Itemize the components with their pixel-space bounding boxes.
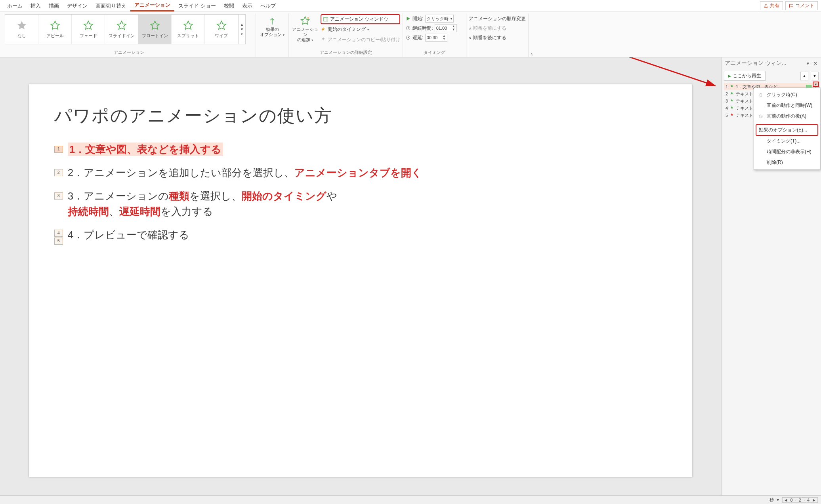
pane-context-menu: ▼ クリック時(C) 直前の動作と同時(W) 直前の動作の後(A) 効果のオプシ…	[754, 87, 820, 170]
delay-input[interactable]: 00.30▲▼	[425, 34, 447, 42]
start-select[interactable]: クリック時▾	[425, 15, 454, 23]
menu-effect-options[interactable]: 効果のオプション(E)...	[756, 124, 818, 136]
anim-tag[interactable]: 3	[54, 192, 63, 200]
arrow-up-icon	[267, 16, 277, 26]
tab-view[interactable]: 表示	[238, 1, 256, 11]
move-up-button[interactable]: ▲	[800, 72, 808, 80]
animation-painter-button[interactable]: アニメーションのコピー/貼り付け	[321, 35, 400, 44]
clock-icon	[405, 35, 411, 40]
play-from-button[interactable]: ▶ここから再生	[724, 71, 766, 81]
tab-design[interactable]: デザイン	[63, 1, 92, 11]
group-label-timing: タイミング	[405, 49, 464, 56]
star-icon	[183, 20, 194, 31]
slide-bullet-4: 4 5 4．プレビューで確認する	[54, 227, 667, 245]
effect-options-button[interactable]: 効果のオプション ▾	[258, 14, 286, 39]
ribbon-body: なし アピール フェード スライドイン フロートイン	[0, 12, 821, 57]
star-icon	[729, 113, 734, 118]
animation-pane: アニメーション ウィン... ▼ ✕ ▶ここから再生 ▲ ▼ 1 1．文章や図、…	[721, 57, 821, 504]
slide-bullet-3: 3 3．アニメーションの種類を選択し、開始のタイミングや持続時間、遅延時間を入力…	[54, 188, 667, 219]
share-button[interactable]: 共有	[760, 1, 783, 10]
tab-transitions[interactable]: 画面切り替え	[92, 1, 130, 11]
star-icon	[83, 20, 94, 31]
pane-title: アニメーション ウィン...	[725, 60, 787, 67]
pane-options-button[interactable]: ▼	[806, 61, 810, 66]
star-icon	[149, 20, 160, 31]
chevron-up-icon: ▲	[240, 22, 244, 27]
menu-with-previous[interactable]: 直前の動作と同時(W)	[754, 100, 820, 111]
tab-draw[interactable]: 描画	[45, 1, 63, 11]
gallery-caption: ワイプ	[215, 33, 228, 39]
anim-tag[interactable]: 4	[54, 230, 63, 237]
pane-icon	[323, 17, 328, 22]
play-icon	[405, 16, 411, 21]
tab-animations[interactable]: アニメーション	[130, 0, 174, 11]
gallery-item-fade[interactable]: フェード	[72, 15, 105, 44]
tab-slideshow[interactable]: スライド ショー	[174, 1, 220, 11]
star-icon	[729, 106, 734, 110]
group-label-animation: アニメーション	[5, 49, 253, 56]
reorder-label: アニメーションの順序変更	[469, 14, 526, 23]
anim-tag[interactable]: 5	[54, 238, 63, 245]
star-brush-icon	[321, 37, 326, 42]
gallery-item-wipe[interactable]: ワイプ	[205, 15, 238, 44]
work-area: パワポのアニメーションの使い方 1 1．文章や図、表などを挿入する 2 2．アニ…	[0, 57, 821, 504]
move-later-button[interactable]: ∨順番を後にする	[469, 33, 526, 42]
anim-tag[interactable]: 2	[54, 169, 63, 176]
gallery-caption: スプリット	[177, 33, 199, 39]
group-advanced-animation: アニメーションの追加 ▾ アニメーション ウィンドウ 開始のタイミング ▾ アニ…	[289, 13, 403, 57]
animation-pane-button[interactable]: アニメーション ウィンドウ	[321, 14, 400, 24]
lightning-icon	[321, 27, 326, 32]
clock-icon	[405, 25, 411, 31]
collapse-ribbon-button[interactable]: ∧	[529, 51, 535, 57]
gallery-item-appear[interactable]: アピール	[38, 15, 72, 44]
star-plus-icon	[300, 16, 310, 26]
comment-icon	[789, 4, 794, 8]
menu-on-click[interactable]: クリック時(C)	[754, 89, 820, 100]
timeline-ruler[interactable]: ◄ 0· 2· 4 ►	[782, 497, 818, 503]
menu-hide-timeline[interactable]: 時間配分の非表示(H)	[754, 146, 820, 157]
star-icon	[729, 91, 734, 96]
slide-bullet-2: 2 2．アニメーションを追加したい部分を選択し、アニメーションタブを開く	[54, 165, 667, 181]
gallery-caption: フェード	[80, 33, 97, 39]
menu-remove[interactable]: 削除(R)	[754, 157, 820, 168]
move-down-button[interactable]: ▼	[811, 72, 819, 80]
duration-input[interactable]: 01.00▲▼	[435, 24, 457, 32]
menu-after-previous[interactable]: 直前の動作の後(A)	[754, 111, 820, 122]
star-icon	[729, 99, 734, 103]
animation-gallery: なし アピール フェード スライドイン フロートイン	[5, 14, 246, 44]
delay-row: 遅延: 00.30▲▼	[405, 33, 464, 42]
move-earlier-button[interactable]: ∧順番を前にする	[469, 24, 526, 32]
trigger-button[interactable]: 開始のタイミング ▾	[321, 25, 400, 34]
anim-tag[interactable]: 1	[54, 146, 63, 153]
share-icon	[764, 4, 768, 8]
tab-insert[interactable]: 挿入	[27, 1, 45, 11]
slide-bullet-1: 1 1．文章や図、表などを挿入する	[54, 142, 667, 157]
tab-home[interactable]: ホーム	[3, 1, 27, 11]
gallery-item-none[interactable]: なし	[5, 15, 38, 44]
pane-close-button[interactable]: ✕	[813, 60, 818, 67]
group-reorder: アニメーションの順序変更 ∧順番を前にする ∨順番を後にする	[466, 13, 529, 57]
chevron-down-icon: ▾	[241, 32, 243, 36]
gallery-more-button[interactable]: ▲ ▼ ▾	[238, 15, 245, 44]
ribbon-tabs: ホーム 挿入 描画 デザイン 画面切り替え アニメーション スライド ショー 校…	[0, 0, 821, 12]
menu-timing[interactable]: タイミング(T)...	[754, 136, 820, 146]
start-row: 開始: クリック時▾	[405, 14, 464, 23]
gallery-item-split[interactable]: スプリット	[172, 15, 205, 44]
gallery-item-floatin[interactable]: フロートイン	[138, 15, 172, 44]
star-icon	[16, 20, 27, 31]
slide-edit-area[interactable]: パワポのアニメーションの使い方 1 1．文章や図、表などを挿入する 2 2．アニ…	[0, 57, 721, 504]
tab-help[interactable]: ヘルプ	[256, 1, 280, 11]
chevron-down-icon: ▼	[240, 27, 244, 32]
tab-review[interactable]: 校閲	[220, 1, 238, 11]
group-effect-options: 効果のオプション ▾	[256, 13, 289, 57]
slide-title: パワポのアニメーションの使い方	[54, 104, 667, 127]
clock-icon	[758, 114, 763, 119]
group-timing: 開始: クリック時▾ 継続時間: 01.00▲▼ 遅延: 00.30▲▼ タイミ…	[403, 13, 466, 57]
group-animation-gallery: なし アピール フェード スライドイン フロートイン	[2, 13, 256, 57]
gallery-caption: スライドイン	[109, 33, 135, 39]
add-animation-button[interactable]: アニメーションの追加 ▾	[291, 14, 319, 44]
comment-button[interactable]: コメント	[785, 1, 818, 10]
context-trigger-button[interactable]: ▼	[813, 82, 819, 87]
gallery-caption: なし	[17, 33, 26, 39]
gallery-item-slidein[interactable]: スライドイン	[105, 15, 138, 44]
